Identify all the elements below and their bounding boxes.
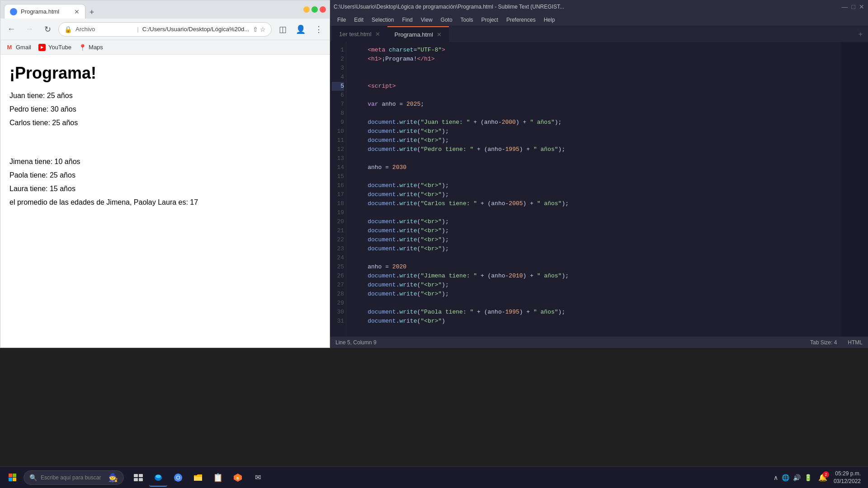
notification-bell[interactable]: 🔔 2 xyxy=(816,470,830,485)
sound-icon[interactable]: 🔊 xyxy=(793,474,801,481)
sublime-window: C:\Users\Usuario\Desktop\Lógica de progr… xyxy=(330,0,868,348)
menu-help[interactable]: Help xyxy=(540,15,559,25)
maps-icon: 📍 xyxy=(79,44,86,51)
battery-icon[interactable]: 🔋 xyxy=(804,474,812,481)
chevron-up-icon[interactable]: ∧ xyxy=(774,474,778,481)
menu-find[interactable]: Find xyxy=(398,15,416,25)
window-controls xyxy=(303,6,326,13)
sublime-maximize[interactable]: □ xyxy=(852,3,855,10)
taskbar: 🔍 Escribe aquí para buscar 🧙 xyxy=(0,466,868,488)
chrome-button[interactable] xyxy=(169,469,187,487)
code-line-29 xyxy=(354,299,834,308)
bookmark-maps[interactable]: 📍 Maps xyxy=(79,44,103,51)
menu-button[interactable]: ⋮ xyxy=(311,22,326,37)
menu-project[interactable]: Project xyxy=(478,15,502,25)
mail-button[interactable]: ✉ xyxy=(249,469,267,487)
back-button[interactable]: ← xyxy=(4,22,19,37)
menu-preferences[interactable]: Preferences xyxy=(503,15,539,25)
code-line-22: document.write("<br>"); xyxy=(354,235,834,244)
sublime-minimize[interactable]: — xyxy=(842,3,848,10)
edge-button[interactable] xyxy=(149,469,167,487)
sublime-editor[interactable]: 1 2 3 4 5 6 7 8 9 10 11 12 13 14 15 16 1… xyxy=(330,42,868,337)
minimize-button[interactable] xyxy=(303,6,310,13)
browser-content: ¡Programa! Juan tiene: 25 años Pedro tie… xyxy=(0,55,330,347)
close-button[interactable] xyxy=(320,6,326,13)
tab-favicon xyxy=(10,8,17,15)
code-line-28: document.write("<br>"); xyxy=(354,290,834,299)
bookmark-star-icon[interactable]: ☆ xyxy=(260,26,266,33)
sublime-taskbar-button[interactable]: S xyxy=(229,469,247,487)
address-url: C:/Users/Usuario/Desktop/Lógica%20d... xyxy=(142,26,249,33)
code-line-23: document.write("<br>"); xyxy=(354,244,834,253)
tab-label: Programa.html xyxy=(21,8,59,15)
start-button[interactable] xyxy=(4,469,22,487)
line-numbers: 1 2 3 4 5 6 7 8 9 10 11 12 13 14 15 16 1… xyxy=(330,42,346,337)
share-icon[interactable]: ⇧ xyxy=(253,26,258,33)
gmail-icon: M xyxy=(6,44,13,51)
reload-button[interactable]: ↻ xyxy=(40,22,55,37)
search-icon: 🔍 xyxy=(29,474,37,481)
sublime-window-controls: — □ ✕ xyxy=(842,3,864,10)
sublime-close[interactable]: ✕ xyxy=(859,3,864,10)
code-line-7: var anho = 2025; xyxy=(354,100,834,109)
bookmark-gmail[interactable]: M Gmail xyxy=(6,44,31,51)
sublime-tab-1er-label: 1er test.html xyxy=(339,31,372,38)
forward-button[interactable]: → xyxy=(22,22,37,37)
code-line-17: document.write("<br>"); xyxy=(354,190,834,199)
address-bar[interactable]: 🔒 Archivo | C:/Users/Usuario/Desktop/Lóg… xyxy=(58,22,272,37)
code-line-2: <h1>¡Programa!</h1> xyxy=(354,55,834,64)
bookmark-youtube[interactable]: ▶ YouTube xyxy=(38,44,71,51)
sublime-tab-programa[interactable]: Programa.html ✕ xyxy=(387,26,449,42)
sublime-tab-programa-label: Programa.html xyxy=(395,31,433,38)
page-line-4 xyxy=(9,132,321,140)
code-line-14: anho = 2030 xyxy=(354,163,834,172)
new-tab-button[interactable]: + xyxy=(85,6,98,19)
sublime-tab-1er-close[interactable]: ✕ xyxy=(375,31,380,38)
network-icon[interactable]: 🌐 xyxy=(782,474,789,481)
profile-button[interactable]: 👤 xyxy=(293,22,308,37)
menu-file[interactable]: File xyxy=(334,15,349,25)
chrome-icon xyxy=(174,473,183,482)
page-heading: ¡Programa! xyxy=(9,64,321,83)
system-clock[interactable]: 05:29 p.m. 03/12/2022 xyxy=(834,470,861,485)
app5-button[interactable]: 📋 xyxy=(209,469,227,487)
browser-tab-active[interactable]: Programa.html ✕ xyxy=(4,4,85,19)
taskbar-search-box[interactable]: 🔍 Escribe aquí para buscar 🧙 xyxy=(24,470,124,485)
sublime-new-tab-button[interactable]: + xyxy=(855,30,866,38)
code-line-26: document.write("Jimena tiene: " + (anho-… xyxy=(354,272,834,281)
svg-rect-4 xyxy=(134,474,138,477)
menu-tools[interactable]: Tools xyxy=(457,15,477,25)
code-area[interactable]: <meta charset="UTF-8"> <h1>¡Programa!</h… xyxy=(346,42,841,337)
tab-close-button[interactable]: ✕ xyxy=(74,8,80,15)
clock-date: 03/12/2022 xyxy=(834,478,861,485)
task-view-button[interactable] xyxy=(129,469,147,487)
page-line-6: Jimena tiene: 10 años xyxy=(9,158,321,166)
sublime-tab-1er[interactable]: 1er test.html ✕ xyxy=(332,26,387,42)
windows-logo-icon xyxy=(9,474,17,482)
code-line-11: document.write("<br>"); xyxy=(354,136,834,145)
sidebar-toggle-button[interactable]: ◫ xyxy=(275,22,290,37)
maps-label: Maps xyxy=(89,44,103,51)
code-line-27: document.write("<br>"); xyxy=(354,281,834,290)
sublime-minimap[interactable] xyxy=(841,42,868,337)
status-tab-size: Tab Size: 4 xyxy=(810,339,837,346)
file-explorer-button[interactable] xyxy=(189,469,207,487)
taskbar-apps: 📋 S ✉ xyxy=(129,469,267,487)
code-line-18: document.write("Carlos tiene: " + (anho-… xyxy=(354,199,834,208)
code-line-30: document.write("Paola tiene: " + (anho-1… xyxy=(354,308,834,317)
maximize-button[interactable] xyxy=(311,6,318,13)
sublime-tabbar: 1er test.html ✕ Programa.html ✕ + xyxy=(330,26,868,42)
code-line-10: document.write("<br>"); xyxy=(354,127,834,136)
gmail-label: Gmail xyxy=(16,44,31,51)
clock-time: 05:29 p.m. xyxy=(834,470,861,478)
bookmarks-bar: M Gmail ▶ YouTube 📍 Maps xyxy=(0,40,330,55)
menu-view[interactable]: View xyxy=(417,15,436,25)
code-line-6 xyxy=(354,91,834,100)
svg-text:S: S xyxy=(236,476,239,480)
browser-navbar: ← → ↻ 🔒 Archivo | C:/Users/Usuario/Deskt… xyxy=(0,19,330,40)
menu-edit[interactable]: Edit xyxy=(350,15,367,25)
page-line-8: Laura tiene: 15 años xyxy=(9,185,321,193)
menu-goto[interactable]: Goto xyxy=(437,15,456,25)
menu-selection[interactable]: Selection xyxy=(368,15,397,25)
sublime-tab-programa-close[interactable]: ✕ xyxy=(437,31,442,38)
